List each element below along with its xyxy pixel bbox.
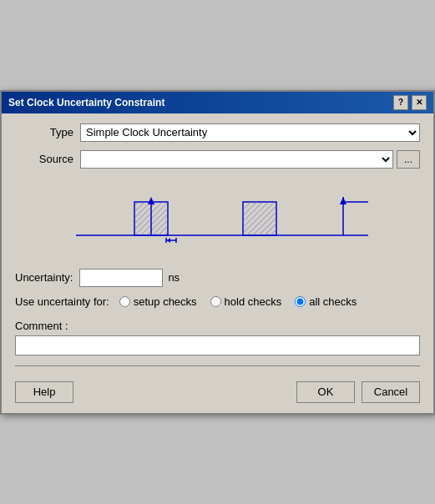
uncertainty-row: Uncertainty: ns [15,269,420,287]
checks-row: Use uncertainty for: setup checks hold c… [15,295,420,308]
all-checks-label: all checks [309,295,357,308]
source-label: Source [15,153,73,165]
browse-button[interactable]: ... [397,150,420,169]
title-controls: ? ✕ [393,95,427,110]
ok-button[interactable]: OK [296,381,355,403]
help-title-button[interactable]: ? [393,95,408,110]
uncertainty-input[interactable] [79,269,163,287]
help-button[interactable]: Help [15,381,73,403]
setup-checks-option[interactable]: setup checks [119,295,197,308]
comment-label: Comment : [15,320,420,332]
close-title-button[interactable]: ✕ [412,95,427,110]
source-input-group: ... [80,150,420,169]
comment-input[interactable] [15,335,420,355]
svg-marker-9 [167,238,170,243]
hold-checks-option[interactable]: hold checks [210,295,282,308]
source-select[interactable] [80,150,393,169]
button-row: Help OK Cancel [15,375,420,403]
all-checks-radio[interactable] [295,296,306,307]
svg-marker-5 [148,197,154,204]
type-row: Type Simple Clock Uncertainty [15,123,420,142]
setup-checks-radio[interactable] [119,296,130,307]
uncertainty-label: Uncertainty: [15,271,73,284]
cancel-button[interactable]: Cancel [362,381,420,403]
source-row: Source ... [15,150,420,169]
dialog-body: Type Simple Clock Uncertainty Source ... [2,113,433,413]
divider [15,365,420,366]
setup-checks-label: setup checks [134,295,197,308]
svg-rect-11 [243,202,276,235]
type-label: Type [15,126,73,139]
checks-label: Use uncertainty for: [15,295,109,308]
diagram-area [15,177,420,260]
title-bar: Set Clock Uncertainty Constraint ? ✕ [2,92,433,113]
radio-group: setup checks hold checks all checks [119,295,357,308]
uncertainty-unit: ns [168,271,180,284]
comment-section: Comment : [15,320,420,355]
type-select-wrapper: Simple Clock Uncertainty [80,123,420,142]
clock-diagram [51,177,385,260]
title-text: Set Clock Uncertainty Constraint [8,97,164,108]
all-checks-option[interactable]: all checks [295,295,357,308]
hold-checks-label: hold checks [225,295,282,308]
dialog-window: Set Clock Uncertainty Constraint ? ✕ Typ… [0,90,435,415]
type-select[interactable]: Simple Clock Uncertainty [80,123,420,142]
ok-cancel-group: OK Cancel [296,381,420,403]
hold-checks-radio[interactable] [210,296,221,307]
